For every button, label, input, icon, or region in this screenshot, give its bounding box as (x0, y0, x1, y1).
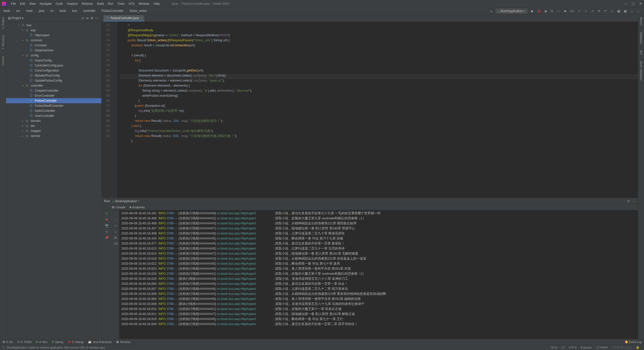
tool-todo[interactable]: ☑ 6: TODO (17, 340, 32, 343)
git-history-icon[interactable]: ⟲ (597, 9, 601, 13)
tool-git[interactable]: ▤ 9: Git (3, 340, 13, 343)
tree-class[interactable]: ⒸIndexController (6, 108, 101, 113)
tree-folder[interactable]: ▸🗀mapper (6, 128, 101, 133)
event-log[interactable]: ⬤ Event Log (625, 340, 641, 343)
breadcrumb-item[interactable]: controller (82, 9, 96, 13)
tool-java-enterprise[interactable]: ☕ Java Enterprise (88, 340, 112, 343)
tree-class[interactable]: ⒸFictionShelfController (6, 103, 101, 108)
menu-tools[interactable]: Tools (115, 2, 127, 6)
maximize-icon[interactable]: ▢ (632, 2, 635, 6)
tree-folder[interactable]: ▾🗀controller (6, 83, 101, 88)
editor-tab-active[interactable]: Ⓒ FictionController.java × (103, 15, 145, 21)
clear-all-icon[interactable]: ⌫ (113, 242, 118, 246)
settings-gear-icon[interactable]: ⚙ (91, 16, 93, 20)
menu-refactor[interactable]: Refactor (80, 2, 95, 6)
menu-vcs[interactable]: VCS (127, 2, 137, 6)
search-everywhere-icon[interactable]: ⌕ (630, 9, 634, 13)
minimize-icon[interactable]: — (624, 2, 627, 6)
tree-folder[interactable]: ▸🗀domain (6, 118, 101, 123)
run-config-selector[interactable]: ▸ BookApplication ▾ (496, 9, 528, 14)
tree-class[interactable]: ⒸHttpAspect (6, 33, 101, 38)
stop-process-icon[interactable]: ■ (106, 218, 107, 221)
code-editor[interactable]: */ @ResponseBody @RequestMapping(value =… (117, 22, 638, 198)
run-settings-icon[interactable]: ⚙ (627, 199, 630, 203)
breadcrumb-item[interactable]: java (38, 9, 45, 13)
lock-icon[interactable]: 🔒 (636, 346, 639, 349)
exit-icon[interactable]: ⎋ (106, 230, 108, 233)
hide-run-icon[interactable]: — (632, 199, 635, 203)
breadcrumb-item[interactable]: fiction_writes (129, 9, 148, 13)
dump-threads-icon[interactable]: 📷 (105, 224, 109, 227)
stop-icon[interactable]: ■ (563, 9, 567, 13)
tab-project[interactable]: 1: Project (1, 16, 5, 30)
menu-help[interactable]: Help (151, 2, 162, 6)
search-icon[interactable]: ⌕ (636, 9, 640, 13)
menu-analyze[interactable]: Analyze (65, 2, 80, 6)
menu-run[interactable]: Run (106, 2, 115, 6)
tab-ant[interactable]: Ant (639, 49, 643, 56)
tree-class[interactable]: ⒸControllerConfig.java (6, 63, 101, 68)
project-view-selector[interactable]: ▤ Project ▾ (8, 16, 23, 20)
debug-icon[interactable]: 🐞 (537, 9, 541, 13)
menu-file[interactable]: File (9, 2, 18, 6)
tree-class[interactable]: ⒸUserController (6, 113, 101, 118)
tab-structure[interactable]: 7: Structure (1, 34, 5, 51)
breadcrumb-item[interactable]: src (15, 9, 21, 13)
ide-settings-icon[interactable]: ▦ (623, 9, 627, 13)
pin-icon[interactable]: 📌 (105, 236, 109, 239)
git-commit-icon[interactable]: ✓ (584, 9, 588, 13)
attach-icon[interactable]: ⋯ (556, 9, 560, 13)
tool-run[interactable]: ▶ 4: Run (36, 340, 47, 343)
project-structure-icon[interactable]: ▦ (617, 9, 621, 13)
breadcrumb-item[interactable]: cn (49, 9, 55, 13)
tree-folder[interactable]: ▾🗀config (6, 53, 101, 58)
tree-class[interactable]: ⒸMybatisPlusConfig (6, 73, 101, 78)
select-opened-file-icon[interactable]: ⊙ (82, 16, 84, 20)
breadcrumb-item[interactable]: FictionController (101, 9, 125, 13)
back-arrow-icon[interactable]: ↘ (489, 9, 493, 13)
file-encoding[interactable]: UTF-8 (569, 346, 577, 349)
close-icon[interactable]: ✕ (639, 2, 642, 6)
tool-debug[interactable]: 🐞 5: Debug (68, 340, 84, 343)
expand-all-icon[interactable]: ⇆ (86, 16, 89, 20)
coverage-icon[interactable]: ◑ (543, 9, 547, 13)
git-branch[interactable]: ⎇ master (596, 346, 608, 349)
breadcrumb-item[interactable]: main (25, 9, 34, 13)
toggle-tool-windows-icon[interactable]: ☐ (3, 346, 5, 349)
tree-folder[interactable]: ▾🗀common (6, 38, 101, 43)
tree-class[interactable]: ⒸErrorController (6, 93, 101, 98)
soft-wrap-icon[interactable]: ↩ (114, 224, 117, 227)
menu-navigate[interactable]: Navigate (38, 2, 54, 6)
tree-class[interactable]: ⒸConstant (6, 43, 101, 48)
indent-config[interactable]: 4 spaces (581, 346, 592, 349)
tree-class[interactable]: ⒸFictionController (6, 98, 101, 103)
tab-commit[interactable]: Commit (1, 55, 5, 67)
tree-class[interactable]: ⒸCorsConfiguration (6, 68, 101, 73)
tool-spring[interactable]: ✿ Spring (52, 340, 63, 343)
git-update-icon[interactable]: ✓ (577, 9, 581, 13)
scroll-down-icon[interactable]: ↓ (115, 218, 116, 221)
breadcrumb-item[interactable]: bus (71, 9, 78, 13)
menu-window[interactable]: Window (137, 2, 151, 6)
menu-build[interactable]: Build (95, 2, 106, 6)
tree-class[interactable]: ⒸUpdateFictionConfig (6, 78, 101, 83)
tab-bean-validation[interactable]: Bean Validation (639, 60, 643, 82)
menu-view[interactable]: View (27, 2, 38, 6)
menu-code[interactable]: Code (54, 2, 65, 6)
console-output[interactable]: 2020-09-09 16:40:16.281 INFO 3780 --- [当… (119, 210, 638, 339)
tree-folder[interactable]: ▸🗀service (6, 133, 101, 138)
run-icon[interactable]: ▶ (530, 9, 534, 13)
breadcrumb-item[interactable]: book (59, 9, 67, 13)
endpoints-tab[interactable]: ◈ Endpoints (129, 205, 145, 209)
tree-folder[interactable]: ▸🗀dto (6, 123, 101, 128)
close-tab-icon[interactable]: × (140, 17, 142, 20)
tree-folder[interactable]: ▾🗀bus (6, 23, 101, 28)
print-icon[interactable]: 🖶 (114, 236, 117, 239)
scroll-up-icon[interactable]: ↑ (115, 212, 116, 215)
menu-edit[interactable]: Edit (18, 2, 27, 6)
tab-maven[interactable]: Maven (639, 16, 643, 27)
console-tab[interactable]: ▤ Console (112, 205, 125, 209)
line-separator[interactable]: LF (561, 346, 565, 349)
tree-class[interactable]: ⒸAsyncConfig (6, 58, 101, 63)
profile-icon[interactable]: ⊙ (550, 9, 554, 13)
